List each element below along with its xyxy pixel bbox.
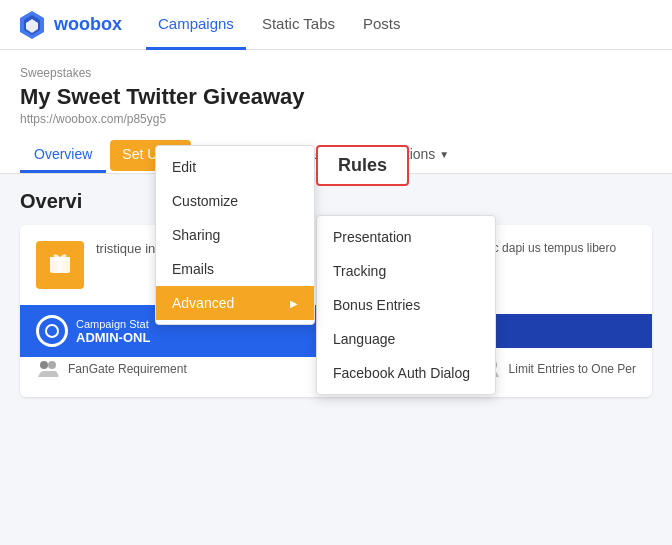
submenu-tracking[interactable]: Tracking bbox=[317, 254, 495, 288]
svg-point-6 bbox=[46, 325, 58, 337]
submenu-presentation[interactable]: Presentation bbox=[317, 220, 495, 254]
dropdown-emails[interactable]: Emails bbox=[156, 252, 314, 286]
campaign-icon bbox=[36, 241, 84, 289]
limit-label: Limit Entries to One Per bbox=[509, 362, 636, 376]
page-title: My Sweet Twitter Giveaway bbox=[20, 84, 652, 110]
fangate-block: FanGate Requirement bbox=[36, 357, 187, 381]
status-label: ADMIN-ONL bbox=[76, 330, 150, 345]
fangate-label: FanGate Requirement bbox=[68, 362, 187, 376]
nav-campaigns[interactable]: Campaigns bbox=[146, 1, 246, 50]
limit-block: Limit Entries to One Per bbox=[477, 357, 636, 381]
breadcrumb: Sweepstakes bbox=[20, 66, 652, 80]
nav-static-tabs[interactable]: Static Tabs bbox=[250, 1, 347, 50]
dropdown-advanced[interactable]: Advanced ▶ bbox=[156, 286, 314, 320]
status-circle-icon bbox=[36, 315, 68, 347]
circle-icon bbox=[44, 323, 60, 339]
svg-rect-5 bbox=[58, 257, 62, 273]
nav-items: Campaigns Static Tabs Posts bbox=[146, 0, 413, 49]
tab-overview[interactable]: Overview bbox=[20, 138, 106, 173]
actions-caret-icon: ▼ bbox=[439, 149, 449, 160]
submenu-bonus-entries[interactable]: Bonus Entries bbox=[317, 288, 495, 322]
advanced-arrow-icon: ▶ bbox=[290, 298, 298, 309]
logo-text: woobox bbox=[54, 14, 122, 35]
submenu-language[interactable]: Language bbox=[317, 322, 495, 356]
page-url: https://woobox.com/p85yg5 bbox=[20, 112, 652, 126]
section-title: Overvi bbox=[20, 190, 652, 213]
giveaway-icon bbox=[46, 251, 74, 279]
woobox-logo-icon bbox=[16, 9, 48, 41]
dropdown-edit[interactable]: Edit bbox=[156, 150, 314, 184]
svg-point-7 bbox=[40, 361, 48, 369]
dropdown-customize[interactable]: Customize bbox=[156, 184, 314, 218]
setup-dropdown: Edit Customize Sharing Emails Advanced ▶ bbox=[155, 145, 315, 325]
campaign-stat-label: Campaign Stat bbox=[76, 318, 150, 330]
status-text-block: Campaign Stat ADMIN-ONL bbox=[76, 318, 150, 345]
fangate-icon bbox=[36, 357, 60, 381]
nav-posts[interactable]: Posts bbox=[351, 1, 413, 50]
rules-box: Rules bbox=[316, 145, 409, 186]
dropdown-sharing[interactable]: Sharing bbox=[156, 218, 314, 252]
submenu-facebook-auth[interactable]: Facebook Auth Dialog bbox=[317, 356, 495, 390]
dropdown-menu: Edit Customize Sharing Emails Advanced ▶ bbox=[155, 145, 315, 325]
top-nav: woobox Campaigns Static Tabs Posts bbox=[0, 0, 672, 50]
logo: woobox bbox=[16, 9, 122, 41]
advanced-submenu: Presentation Tracking Bonus Entries Lang… bbox=[316, 215, 496, 395]
svg-point-8 bbox=[48, 361, 56, 369]
